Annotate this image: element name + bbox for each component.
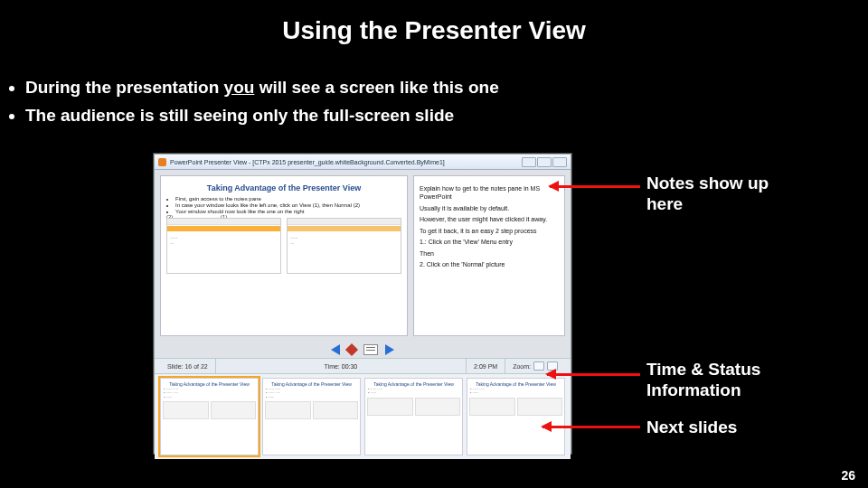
notes-pane: Explain how to get to the notes pane in …: [413, 175, 565, 336]
pen-icon: [345, 343, 358, 356]
nav-controls: [155, 342, 571, 358]
maximize-icon: [537, 157, 552, 167]
menu-icon: [363, 344, 378, 355]
annotation-status: Time & Status Information: [646, 360, 791, 401]
current-slide-area: Taking Advantage of the Presenter View F…: [160, 175, 408, 336]
bullet-1-text-post: will see a screen like this one: [254, 78, 498, 97]
bullet-list: During the presentation you will see a s…: [0, 70, 868, 128]
thumb-left: ·········: [166, 218, 281, 274]
note-line: Then: [420, 249, 559, 258]
bullet-2: The audience is still seeing only the fu…: [25, 103, 868, 129]
note-line: Usually it is available by default.: [420, 204, 559, 212]
annotation-status-text: Time & Status Information: [646, 360, 791, 401]
slide-bullet: Your window should now look like the one…: [175, 209, 401, 214]
annotation-next: Next slides: [646, 418, 737, 438]
slide-bullet: In case your window looks like the left …: [175, 202, 401, 208]
status-clock: 2:09 PM: [467, 359, 505, 373]
status-elapsed: Time: 00:30: [216, 359, 467, 373]
strip-slide: Taking Advantage of the Presenter View •…: [467, 378, 565, 455]
note-line: 1.: Click on the 'View' Menu entry: [420, 238, 559, 246]
annotation-notes: Notes show up here: [646, 174, 773, 215]
current-slide-title: Taking Advantage of the Presenter View: [166, 183, 401, 192]
status-zoom: Zoom:: [505, 359, 565, 373]
status-zoom-label: Zoom:: [513, 363, 531, 370]
status-slide-count: Slide: 16 of 22: [160, 359, 216, 373]
strip-slide: Taking Advantage of the Presenter View •…: [160, 378, 259, 455]
annotation-next-text: Next slides: [646, 418, 737, 436]
bullet-1-text-pre: During the presentation: [25, 78, 224, 97]
page-number: 26: [841, 468, 855, 483]
note-line: However, the user might have clicked it …: [420, 215, 559, 223]
bullet-1: During the presentation you will see a s…: [25, 75, 868, 101]
prev-slide-icon: [331, 344, 340, 355]
strip-slide: Taking Advantage of the Presenter View •…: [364, 378, 463, 455]
strip-slide: Taking Advantage of the Presenter View •…: [262, 378, 361, 455]
next-slide-icon: [385, 344, 394, 355]
status-bar: Slide: 16 of 22 Time: 00:30 2:09 PM Zoom…: [155, 358, 571, 374]
presenter-view-screenshot: PowerPoint Presenter View - [CTPx 2015 p…: [154, 154, 571, 454]
window-title-text: PowerPoint Presenter View - [CTPx 2015 p…: [170, 159, 445, 165]
app-icon: [158, 158, 166, 166]
note-line: To get it back, it is an easy 2 step pro…: [420, 227, 559, 235]
thumb-right: ·········: [287, 218, 401, 274]
minimize-icon: [522, 157, 536, 167]
window-buttons: [522, 157, 567, 167]
annotation-notes-text: Notes show up here: [646, 174, 773, 215]
slide-strip: Taking Advantage of the Presenter View •…: [155, 374, 571, 459]
current-slide-bullets: First, gain access to the notes pane In …: [166, 196, 401, 214]
zoom-out-icon: [533, 361, 544, 371]
bullet-1-text-em: you: [224, 78, 255, 97]
slide-bullet: First, gain access to the notes pane: [175, 196, 401, 202]
close-icon: [552, 157, 567, 167]
window-titlebar: PowerPoint Presenter View - [CTPx 2015 p…: [155, 155, 571, 170]
note-line: 2. Click on the 'Normal' picture: [420, 260, 559, 268]
note-line: Explain how to get to the notes pane in …: [420, 184, 559, 202]
page-title: Using the Presenter View: [0, 0, 868, 52]
